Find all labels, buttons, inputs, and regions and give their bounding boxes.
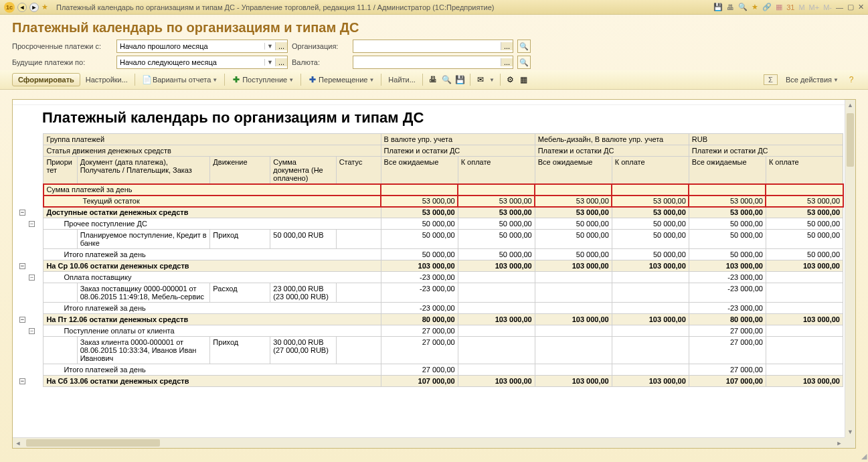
save-toolbar-icon[interactable]: 💾 xyxy=(455,75,464,84)
m-icon[interactable]: M xyxy=(798,3,804,11)
doc-icon: 📄 xyxy=(142,75,151,84)
nav-back-icon[interactable]: ◄ xyxy=(17,3,27,12)
help-icon[interactable]: ? xyxy=(847,75,856,84)
row-fri-12-06: На Пт 12.06 остатки денежных средств xyxy=(44,314,381,325)
row-current-balance: Текущий остаток xyxy=(44,196,381,207)
app-logo: 1c xyxy=(4,2,15,13)
row-supplier-payment: Оплата поставщику xyxy=(44,272,381,283)
close-icon[interactable]: ✕ xyxy=(858,3,864,11)
window-title: Платежный календарь по организациям и ти… xyxy=(51,3,711,11)
scrollbar-vertical[interactable]: ▲ ▼ xyxy=(845,100,855,437)
links-icon[interactable]: 🔗 xyxy=(762,3,772,11)
col-doc: Документ (дата платежа), Получатель / Пл… xyxy=(77,157,210,184)
col-pay1: К оплате xyxy=(458,157,535,184)
overdue-combo[interactable]: ▼ ... xyxy=(116,40,288,53)
org-input[interactable] xyxy=(353,42,501,50)
all-actions-link[interactable]: Все действия▼ xyxy=(784,76,840,84)
currency-combo[interactable]: ... xyxy=(353,56,513,69)
settings-link[interactable]: Настройки... xyxy=(84,76,129,84)
scroll-thumb-h[interactable] xyxy=(26,439,160,447)
expand-icon[interactable]: − xyxy=(29,328,35,334)
col-exp3: Все ожидаемые xyxy=(689,157,766,184)
col-rub: RUB xyxy=(689,134,843,145)
save-icon[interactable]: 💾 xyxy=(713,3,723,11)
transfer-link[interactable]: ✚Перемещение▼ xyxy=(307,75,375,84)
print-icon[interactable]: 🖶 xyxy=(727,3,734,11)
col-exp1: Все ожидаемые xyxy=(381,157,458,184)
filter-row-1: Просроченные платежи с: ▼ ... Организаци… xyxy=(0,38,868,54)
col-group: Группа платежей xyxy=(44,134,381,145)
row-sum-day: Сумма платежей за день xyxy=(44,184,381,196)
inflow-link[interactable]: ✚Поступление▼ xyxy=(230,75,295,84)
dots-button[interactable]: ... xyxy=(501,58,513,66)
sigma-button[interactable]: Σ xyxy=(764,74,778,85)
col-status: Статус xyxy=(336,157,381,184)
col-pb1: Платежи и остатки ДС xyxy=(381,145,535,157)
row-total-day-2: Итого платежей за день xyxy=(44,303,381,314)
expand-icon[interactable]: − xyxy=(29,275,35,281)
email-icon[interactable]: ✉ xyxy=(476,75,485,84)
search-icon[interactable]: 🔍 xyxy=(517,40,531,53)
future-input[interactable] xyxy=(117,58,264,66)
favorite-icon[interactable]: ★ xyxy=(752,3,758,11)
col-pb3: Платежи и остатки ДС xyxy=(689,145,843,157)
nav-fwd-icon[interactable]: ► xyxy=(29,3,39,12)
mplus-icon[interactable]: M+ xyxy=(809,3,820,11)
search-icon[interactable]: 🔍 xyxy=(517,56,531,69)
resize-grip-icon[interactable]: ◢ xyxy=(861,452,867,461)
print-toolbar-icon[interactable]: 🖶 xyxy=(428,75,438,84)
calendar-icon[interactable]: 31 xyxy=(786,3,794,11)
scroll-down-icon[interactable]: ▼ xyxy=(845,427,855,437)
col-pay2: К оплате xyxy=(612,157,689,184)
minimize-icon[interactable]: — xyxy=(836,3,843,11)
expand-icon[interactable]: − xyxy=(19,378,25,384)
dots-button[interactable]: ... xyxy=(275,58,287,66)
ruler xyxy=(13,100,845,105)
currency-input[interactable] xyxy=(353,58,501,66)
star-icon[interactable]: ★ xyxy=(41,3,48,11)
row-supplier-order: Заказ поставщику 0000-000001 от 08.06.20… xyxy=(77,283,210,303)
row-wed-10-06: На Ср 10.06 остатки денежных средств xyxy=(44,260,381,272)
col-article: Статья движения денежных средств xyxy=(44,145,381,157)
generate-button[interactable]: Сформировать xyxy=(12,73,80,86)
expand-icon[interactable]: − xyxy=(19,210,25,216)
preview-toolbar-icon[interactable]: 🔍 xyxy=(442,75,451,84)
mminus-icon[interactable]: M- xyxy=(823,3,832,11)
chevron-down-icon[interactable]: ▼ xyxy=(264,43,275,50)
org-combo[interactable]: ... xyxy=(353,40,513,53)
toolbar: Сформировать Настройки... 📄Варианты отче… xyxy=(0,70,868,90)
overdue-input[interactable] xyxy=(117,42,264,50)
org-label: Организация: xyxy=(292,42,349,50)
row-total-day-3: Итого платежей за день xyxy=(44,364,381,376)
plus-blue-icon: ✚ xyxy=(308,75,317,84)
row-total-day-1: Итого платежей за день xyxy=(44,249,381,260)
calc-icon[interactable]: ▦ xyxy=(776,3,782,11)
dots-button[interactable]: ... xyxy=(275,42,287,50)
expand-icon[interactable]: − xyxy=(19,317,25,323)
scrollbar-horizontal[interactable]: ◄ ► xyxy=(13,437,845,448)
row-client-order: Заказ клиента 0000-000001 от 08.06.2015 … xyxy=(77,337,210,364)
chevron-down-icon[interactable]: ▼ xyxy=(264,59,275,66)
settings-gear-icon[interactable]: ⚙ xyxy=(506,75,515,84)
find-link[interactable]: Найти... xyxy=(387,76,417,84)
expand-icon[interactable]: − xyxy=(19,263,25,269)
dots-button[interactable]: ... xyxy=(501,42,513,50)
scroll-left-icon[interactable]: ◄ xyxy=(13,438,23,448)
scroll-corner xyxy=(845,437,855,448)
scroll-right-icon[interactable]: ► xyxy=(834,438,845,448)
scroll-thumb-v[interactable] xyxy=(847,113,854,167)
col-curr-mgmt: В валюте упр. учета xyxy=(381,134,535,145)
currency-label: Валюта: xyxy=(292,58,349,66)
row-sat-13-06: На Сб 13.06 остатки денежных средств xyxy=(44,376,381,387)
grid-icon[interactable]: ▦ xyxy=(519,75,529,84)
col-priority: Приори тет xyxy=(44,157,77,184)
future-combo[interactable]: ▼ ... xyxy=(116,56,288,69)
variants-link[interactable]: 📄Варианты отчета▼ xyxy=(141,75,219,84)
future-label: Будущие платежи по: xyxy=(12,58,112,66)
maximize-icon[interactable]: ▢ xyxy=(847,3,854,11)
expand-icon[interactable]: − xyxy=(29,221,35,227)
col-pb2: Платежи и остатки ДС xyxy=(535,145,689,157)
scroll-up-icon[interactable]: ▲ xyxy=(845,100,855,110)
report-area: Платежный календарь по организациям и ти… xyxy=(12,99,856,449)
preview-icon[interactable]: 🔍 xyxy=(738,3,748,11)
